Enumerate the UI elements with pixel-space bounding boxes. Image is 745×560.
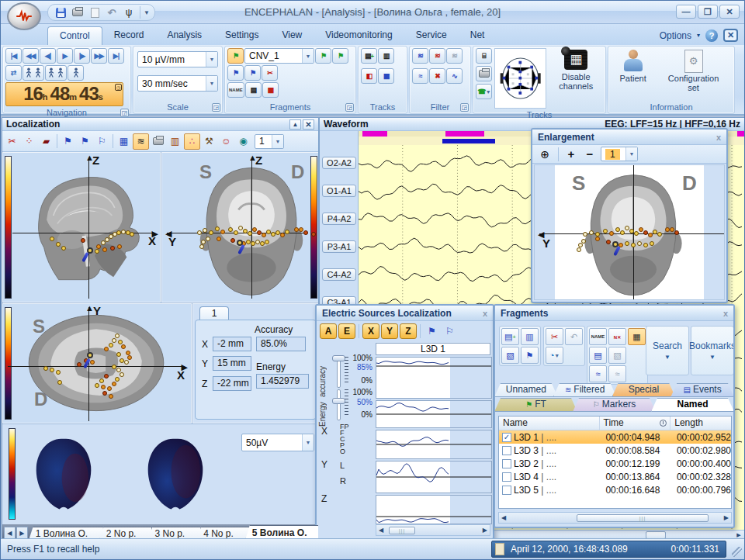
invert-icon[interactable]: ◧ <box>361 68 377 84</box>
unchecked-checkbox[interactable] <box>502 459 511 468</box>
head-face-icon[interactable]: ☺ <box>218 133 234 150</box>
accuracy-slider-thumb[interactable] <box>332 355 345 361</box>
nav-play-button[interactable]: ▶ <box>57 48 73 64</box>
chevron-down-icon[interactable]: ▼ <box>302 434 314 451</box>
save-map-icon[interactable]: ▥ <box>167 133 183 150</box>
goto-marker-button[interactable]: ⇄ <box>5 65 22 81</box>
fragment-tab-ft[interactable]: ⚑FT <box>494 398 577 412</box>
fragment-tab-filtered[interactable]: ≋Filtered <box>553 383 617 397</box>
clock-marker-icon[interactable]: ◔▼ <box>546 347 563 364</box>
nav-fast-fwd-button[interactable]: ▶▶ <box>91 48 107 64</box>
source-dot[interactable] <box>56 370 61 375</box>
window-close-icon[interactable]: x <box>716 133 721 142</box>
energy-slider-thumb[interactable] <box>332 398 345 404</box>
copy-page-icon[interactable]: ▥ <box>378 48 394 64</box>
minimize-button[interactable]: — <box>676 5 696 19</box>
source-dot[interactable] <box>206 237 210 241</box>
fragment-list-icon[interactable]: ▤ <box>245 82 262 98</box>
source-dot[interactable] <box>102 391 107 396</box>
source-dot[interactable] <box>217 237 221 241</box>
dialog-launcher-icon[interactable]: ◲ <box>212 103 220 112</box>
source-dot[interactable] <box>57 380 62 385</box>
source-dot[interactable] <box>102 247 107 252</box>
configuration-set-button[interactable]: ⚙ Configuration set <box>662 48 726 101</box>
source-dot[interactable] <box>61 246 66 251</box>
chevron-down-icon[interactable]: ▼ <box>625 147 637 161</box>
fragments-header[interactable]: Fragments x <box>495 306 733 321</box>
source-dot[interactable] <box>577 247 581 252</box>
source-dot[interactable] <box>657 232 662 237</box>
channel-button-p3-a1[interactable]: P3-A1 <box>322 240 356 253</box>
flag-next-icon[interactable]: ⚑ <box>332 48 348 64</box>
nav-fast-back-button[interactable]: ◀◀ <box>23 48 39 64</box>
nav-step-back-button[interactable]: ◀| <box>40 48 56 64</box>
source-dot[interactable] <box>112 365 116 369</box>
energy-slider[interactable] <box>337 389 341 420</box>
source-dot[interactable] <box>648 233 653 237</box>
source-dot[interactable] <box>121 344 126 349</box>
source-dot[interactable] <box>127 355 132 360</box>
tab-analysis[interactable]: Analysis <box>155 26 213 45</box>
esl-header[interactable]: Electric Sources Localization x <box>317 306 493 321</box>
coronal-view[interactable]: ▲ ◀ Z Y S D <box>161 152 319 302</box>
filter-band-icon[interactable]: ≈ <box>412 68 428 84</box>
tab-control[interactable]: Control <box>47 26 102 45</box>
source-dot[interactable] <box>650 241 654 246</box>
name-icon[interactable]: NAME <box>589 328 607 345</box>
table-row[interactable]: L3D 5 | ....00:00:16.64800:00:00.796 <box>499 483 731 496</box>
tab-net[interactable]: Net <box>459 26 497 45</box>
fragment-tab-special[interactable]: Special <box>612 383 676 397</box>
waves-view-icon[interactable]: ≋ <box>133 133 149 150</box>
region-select-icon[interactable]: ▰ <box>38 133 54 150</box>
print-tracks-icon[interactable] <box>476 66 492 81</box>
source-dot[interactable] <box>110 246 115 251</box>
flag-prev-icon[interactable]: ⚑ <box>315 48 331 64</box>
source-dot[interactable] <box>120 372 124 377</box>
z-toggle[interactable]: Z <box>400 323 417 339</box>
phone-icon[interactable]: ☎▼ <box>476 84 492 99</box>
source-dot[interactable] <box>203 228 207 233</box>
fragment-tab-unnamed[interactable]: Unnamed <box>494 383 558 397</box>
dots-display-icon[interactable]: ∴ <box>184 133 200 150</box>
table-scrollbar[interactable]: ◀ ||| ▶ <box>498 512 732 524</box>
flag-end-icon[interactable]: ⚐ <box>442 323 458 340</box>
unchecked-checkbox[interactable] <box>502 446 511 455</box>
current-source-dot[interactable] <box>87 352 93 358</box>
app-menu-button[interactable] <box>7 2 41 30</box>
table-row[interactable]: L3D 3 | ....00:00:08.58400:00:02.980 <box>499 444 731 457</box>
x-toggle[interactable]: X <box>362 323 379 339</box>
color-ruler-icon[interactable]: ▦ <box>628 328 646 345</box>
add-page-icon[interactable]: ▤+ <box>361 48 377 64</box>
source-dot[interactable] <box>81 238 85 243</box>
source-dot[interactable] <box>99 379 104 383</box>
flag-start-icon[interactable]: ⚑ <box>424 323 440 340</box>
patient-button[interactable]: Patient <box>617 48 648 101</box>
chevron-down-icon[interactable]: ▼ <box>206 76 217 91</box>
table-header[interactable]: Name Time Length <box>499 417 731 430</box>
source-dot[interactable] <box>109 394 113 399</box>
source-dot[interactable] <box>248 231 252 236</box>
accuracy-toggle[interactable]: A <box>320 323 337 339</box>
source-dot[interactable] <box>209 230 213 235</box>
source-dot[interactable] <box>280 233 285 237</box>
source-dot[interactable] <box>101 385 106 389</box>
erase-fragment-icon[interactable]: ⚑ <box>521 347 539 364</box>
flag-hook-icon[interactable]: ⚐ <box>94 133 110 150</box>
dialog-launcher-icon[interactable]: ◲ <box>460 103 469 112</box>
walker-pair-icon[interactable] <box>45 65 67 81</box>
sagittal-view[interactable]: ▲ ▶ Z X <box>2 152 161 302</box>
unchecked-checkbox[interactable] <box>502 472 511 482</box>
fragment-tab-markers[interactable]: ⚐Markers <box>573 398 656 412</box>
source-dot[interactable] <box>265 240 269 244</box>
panel-minimize-icon[interactable]: ▲ <box>289 119 301 130</box>
source-dot[interactable] <box>130 232 134 237</box>
walker-clock-icon[interactable] <box>68 65 84 81</box>
source-dot[interactable] <box>639 227 643 232</box>
search-button[interactable]: Search▼ <box>646 326 689 375</box>
scroll-thumb[interactable]: ||| <box>389 527 415 534</box>
chevron-down-icon[interactable]: ▼ <box>302 49 314 63</box>
source-dot[interactable] <box>199 244 204 249</box>
edit-fragment-icon[interactable]: ▥ <box>521 328 539 345</box>
fragment-tab-events[interactable]: ▤Events <box>670 383 734 397</box>
source-dot[interactable] <box>220 230 225 234</box>
